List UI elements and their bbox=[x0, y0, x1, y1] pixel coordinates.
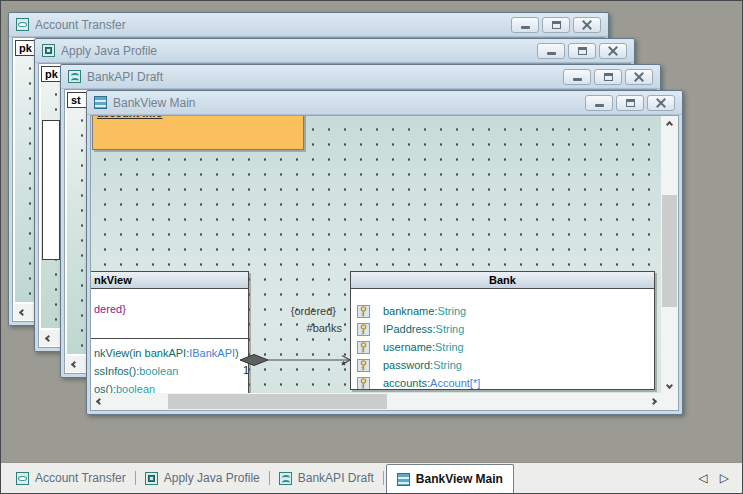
diagram-element-partial[interactable] bbox=[42, 120, 60, 260]
usecase-diagram-icon bbox=[16, 472, 29, 485]
minimize-button[interactable] bbox=[537, 43, 565, 59]
vertical-scroll-thumb[interactable] bbox=[662, 195, 677, 307]
class-diagram-icon bbox=[94, 96, 107, 109]
minimize-button[interactable] bbox=[511, 17, 539, 33]
class-box-bank[interactable]: Bank bankname:String IPaddress:String us… bbox=[350, 271, 655, 390]
tab-separator bbox=[383, 471, 384, 485]
titlebar-bankapi-draft[interactable]: BankAPI Draft bbox=[61, 65, 660, 89]
restore-icon bbox=[604, 73, 613, 81]
minimize-icon bbox=[595, 104, 604, 107]
tab-label: Apply Java Profile bbox=[164, 471, 260, 485]
attribute-row[interactable]: IPaddress:String bbox=[351, 320, 654, 338]
scroll-right-button[interactable] bbox=[645, 394, 661, 410]
attribute-row[interactable]: password:String bbox=[351, 356, 654, 374]
protected-key-icon bbox=[357, 305, 370, 318]
tab-bankview-main[interactable]: BankView Main bbox=[386, 464, 514, 493]
chevron-left-icon bbox=[95, 398, 102, 405]
composition-association-connector[interactable] bbox=[236, 346, 356, 376]
restore-button[interactable] bbox=[616, 95, 644, 111]
tab-scroll-right-button[interactable]: ▷ bbox=[720, 471, 729, 485]
tab-label: BankView Main bbox=[416, 472, 503, 486]
association-role-label: #banks bbox=[254, 322, 342, 334]
close-button[interactable] bbox=[625, 69, 653, 85]
note-account-info[interactable]: account info bbox=[92, 116, 304, 150]
statemachine-box-partial[interactable]: st bbox=[67, 92, 88, 108]
tab-label: Account Transfer bbox=[35, 471, 126, 485]
bankview-attribute-partial: dered} bbox=[94, 303, 126, 315]
minimize-icon bbox=[573, 78, 582, 81]
close-button[interactable] bbox=[599, 43, 627, 59]
diagram-tab-bar: Account Transfer Apply Java Profile Bank… bbox=[1, 462, 742, 493]
class-diagram-icon bbox=[397, 473, 410, 486]
chevron-down-icon bbox=[665, 381, 672, 388]
horizontal-scroll-thumb[interactable] bbox=[168, 394, 387, 409]
titlebar-apply-java-profile[interactable]: Apply Java Profile bbox=[35, 39, 634, 63]
scroll-down-button[interactable] bbox=[661, 377, 677, 393]
minimize-icon bbox=[521, 26, 530, 29]
class-box-bankview[interactable]: nkView dered} nkView(in bankAPI:IBankAPI… bbox=[91, 271, 249, 393]
application-workspace: { "app": { "mdi_background": "#9B9B93" }… bbox=[0, 0, 743, 494]
close-icon bbox=[608, 46, 618, 56]
scroll-up-button[interactable] bbox=[661, 116, 677, 132]
bankview-attributes-compartment: dered} bbox=[91, 289, 248, 338]
window-bankview-main: BankView Main account info nkView dered}… bbox=[86, 90, 683, 415]
bank-attributes-compartment: bankname:String IPaddress:String usernam… bbox=[351, 289, 654, 390]
horizontal-scrollbar[interactable] bbox=[91, 393, 661, 410]
chevron-up-icon bbox=[665, 120, 672, 127]
tab-account-transfer[interactable]: Account Transfer bbox=[9, 471, 133, 485]
attribute-row[interactable]: bankname:String bbox=[351, 302, 654, 320]
tab-label: BankAPI Draft bbox=[298, 471, 374, 485]
close-icon bbox=[634, 72, 644, 82]
chevron-left-icon bbox=[44, 334, 51, 341]
scroll-left-button[interactable] bbox=[66, 356, 82, 372]
diagram-viewport[interactable]: account info nkView dered} nkView(in ban… bbox=[91, 116, 661, 393]
window-title: Apply Java Profile bbox=[61, 44, 531, 58]
package-box-partial[interactable]: pk bbox=[41, 66, 62, 82]
operation-row[interactable]: ssInfos():boolean bbox=[91, 362, 248, 380]
attribute-row[interactable]: accounts:Account[*] bbox=[351, 374, 654, 390]
close-icon bbox=[582, 20, 592, 30]
minimize-button[interactable] bbox=[563, 69, 591, 85]
chevron-left-icon bbox=[18, 308, 25, 315]
restore-icon bbox=[578, 47, 587, 55]
tab-bankapi-draft[interactable]: BankAPI Draft bbox=[272, 471, 381, 485]
titlebar-account-transfer[interactable]: Account Transfer bbox=[9, 13, 608, 37]
operation-row[interactable]: nkView(in bankAPI:IBankAPI) bbox=[91, 344, 248, 362]
scroll-left-button[interactable] bbox=[40, 330, 56, 346]
tab-scroll-left-button[interactable]: ◁ bbox=[699, 471, 708, 485]
target-multiplicity-label: * bbox=[341, 358, 346, 373]
close-icon bbox=[656, 98, 666, 108]
window-title: BankView Main bbox=[113, 96, 579, 110]
sequence-diagram-icon bbox=[68, 70, 81, 83]
scroll-left-button[interactable] bbox=[14, 304, 30, 320]
package-box-partial[interactable]: pk bbox=[15, 40, 36, 56]
protected-key-icon bbox=[357, 341, 370, 354]
tab-apply-java-profile[interactable]: Apply Java Profile bbox=[138, 471, 267, 485]
profile-diagram-icon bbox=[42, 44, 55, 57]
profile-diagram-icon bbox=[145, 472, 158, 485]
vertical-scrollbar[interactable] bbox=[661, 116, 678, 393]
restore-button[interactable] bbox=[568, 43, 596, 59]
chevron-left-icon bbox=[70, 360, 77, 367]
operation-row[interactable]: os():boolean bbox=[91, 380, 248, 393]
attribute-row[interactable]: username:String bbox=[351, 338, 654, 356]
class-header-bankview: nkView bbox=[91, 272, 248, 289]
scroll-left-button[interactable] bbox=[91, 394, 107, 410]
restore-icon bbox=[626, 99, 635, 107]
window-title: BankAPI Draft bbox=[87, 70, 557, 84]
restore-button[interactable] bbox=[542, 17, 570, 33]
chevron-right-icon bbox=[649, 398, 656, 405]
close-button[interactable] bbox=[647, 95, 675, 111]
protected-key-icon bbox=[357, 377, 370, 390]
titlebar-bankview-main[interactable]: BankView Main bbox=[87, 91, 682, 115]
window-title: Account Transfer bbox=[35, 18, 505, 32]
minimize-icon bbox=[547, 52, 556, 55]
restore-button[interactable] bbox=[594, 69, 622, 85]
close-button[interactable] bbox=[573, 17, 601, 33]
minimize-button[interactable] bbox=[585, 95, 613, 111]
tab-separator bbox=[269, 471, 270, 485]
scrollbar-corner bbox=[661, 393, 678, 410]
source-multiplicity-label: 1 bbox=[243, 364, 249, 376]
protected-key-icon bbox=[357, 323, 370, 336]
class-header-bank: Bank bbox=[351, 272, 654, 289]
